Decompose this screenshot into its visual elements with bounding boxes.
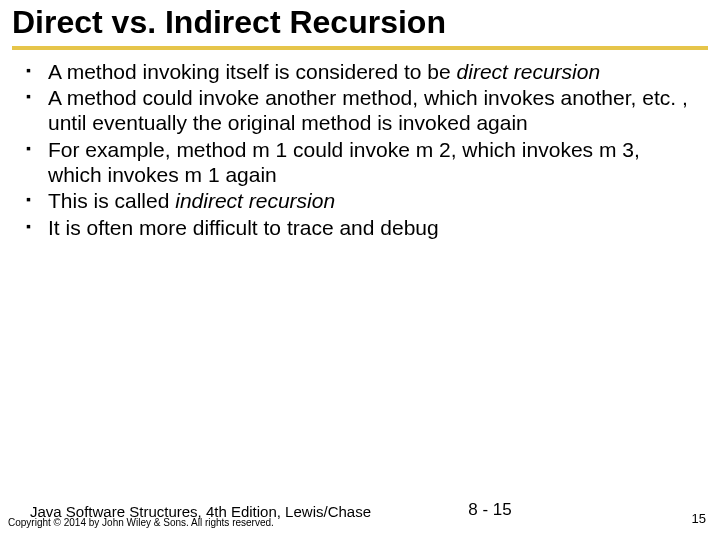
title-wrap: Direct vs. Indirect Recursion	[0, 0, 720, 40]
footer: Java Software Structures, 4th Edition, L…	[0, 498, 720, 532]
slide-title: Direct vs. Indirect Recursion	[12, 6, 708, 40]
bullet-1-text: A method invoking itself is considered t…	[48, 60, 457, 83]
bullet-4-text: This is called	[48, 189, 175, 212]
title-underline	[12, 46, 708, 50]
slide-body: A method invoking itself is considered t…	[0, 60, 720, 241]
bullet-list: A method invoking itself is considered t…	[22, 60, 698, 241]
bullet-2-text: A method could invoke another method, wh…	[48, 86, 688, 134]
bullet-5: It is often more difficult to trace and …	[22, 216, 698, 241]
bullet-3: For example, method m 1 could invoke m 2…	[22, 138, 698, 188]
copyright-text: Copyright © 2014 by John Wiley & Sons. A…	[8, 517, 274, 528]
page-number-right: 15	[692, 511, 706, 526]
slide: Direct vs. Indirect Recursion A method i…	[0, 0, 720, 540]
bullet-4-term: indirect recursion	[175, 189, 335, 212]
bullet-1-term: direct recursion	[457, 60, 601, 83]
bullet-5-text: It is often more difficult to trace and …	[48, 216, 439, 239]
bullet-2: A method could invoke another method, wh…	[22, 86, 698, 136]
bullet-4: This is called indirect recursion	[22, 189, 698, 214]
bullet-3-text: For example, method m 1 could invoke m 2…	[48, 138, 640, 186]
bullet-1: A method invoking itself is considered t…	[22, 60, 698, 85]
page-number-center: 8 - 15	[468, 500, 511, 520]
